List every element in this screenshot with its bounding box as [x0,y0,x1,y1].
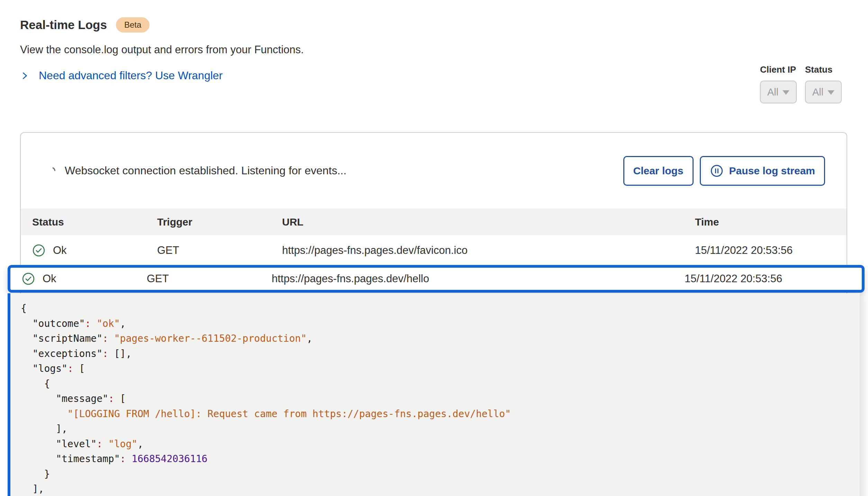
connection-status-text: Websocket connection established. Listen… [65,164,346,177]
wrangler-link[interactable]: Need advanced filters? Use Wrangler [20,69,223,82]
check-circle-icon [22,272,35,285]
log-json: { "outcome": "ok", "scriptName": "pages-… [10,293,860,496]
client-ip-dropdown-value: All [767,86,778,98]
pause-icon [710,164,724,178]
page-header: Real-time Logs Beta View the console.log… [20,17,304,82]
caret-down-icon [783,90,789,95]
url-cell: https://pages-fns.pages.dev/favicon.ico [282,244,695,257]
logs-table-header: Status Trigger URL Time [21,209,847,235]
status-filter-label: Status [805,64,842,75]
column-header-trigger: Trigger [157,216,282,228]
time-cell: 15/11/2022 20:53:56 [695,244,847,257]
log-detail-panel: { "outcome": "ok", "scriptName": "pages-… [8,293,860,496]
status-dropdown[interactable]: All [805,81,842,103]
page-description: View the console.log output and errors f… [20,44,304,56]
pause-log-stream-button[interactable]: Pause log stream [700,156,825,186]
toolbar-buttons: Clear logs Pause log stream [623,156,825,186]
clear-logs-button[interactable]: Clear logs [623,156,694,186]
page-title: Real-time Logs [20,18,107,32]
chevron-right-icon [20,70,29,82]
logs-toolbar: Websocket connection established. Listen… [21,133,847,209]
beta-badge: Beta [116,17,150,33]
selected-table-row[interactable]: Ok GET https://pages-fns.pages.dev/hello… [8,265,865,293]
status-cell: Ok [22,272,147,285]
column-header-status: Status [32,216,157,228]
expanded-log-entry: Ok GET https://pages-fns.pages.dev/hello… [8,265,865,496]
spinner-icon [47,166,57,176]
caret-down-icon [828,90,834,95]
title-row: Real-time Logs Beta [20,17,304,33]
url-cell: https://pages-fns.pages.dev/hello [272,273,685,285]
connection-status: Websocket connection established. Listen… [47,164,346,177]
status-filter: Status All [805,64,842,103]
table-row[interactable]: Ok GET https://pages-fns.pages.dev/favic… [21,235,847,266]
client-ip-filter-label: Client IP [760,64,797,75]
clear-logs-label: Clear logs [633,165,684,177]
client-ip-dropdown[interactable]: All [760,81,797,103]
pause-log-stream-label: Pause log stream [729,165,815,177]
status-text: Ok [43,273,56,285]
status-text: Ok [53,244,67,257]
trigger-cell: GET [147,273,272,285]
wrangler-link-label: Need advanced filters? Use Wrangler [39,69,223,82]
column-header-url: URL [282,216,695,228]
column-header-time: Time [695,216,847,228]
check-circle-icon [32,244,45,257]
status-cell: Ok [32,244,157,257]
status-dropdown-value: All [812,86,823,98]
time-cell: 15/11/2022 20:53:56 [685,273,862,285]
client-ip-filter: Client IP All [760,64,797,103]
log-filters: Client IP All Status All [760,64,842,103]
trigger-cell: GET [157,244,282,257]
